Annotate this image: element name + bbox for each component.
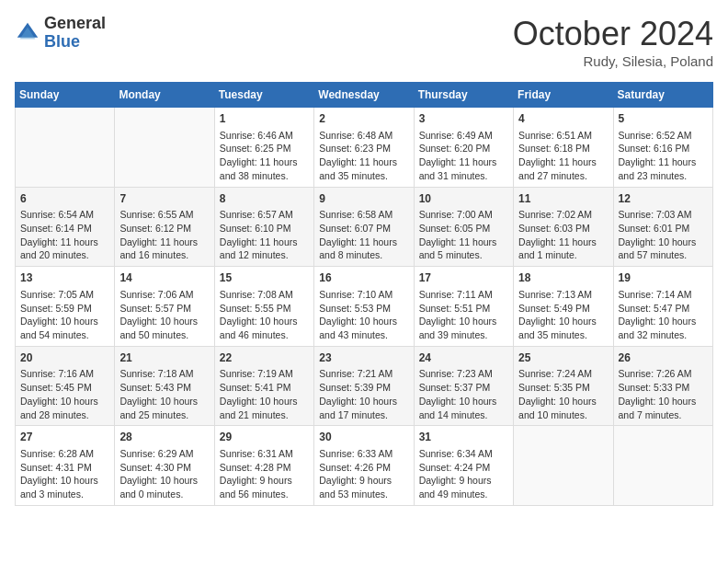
day-number: 25	[518, 350, 608, 366]
day-number: 27	[20, 430, 109, 445]
cell-text: Sunset: 5:59 PM	[20, 302, 109, 316]
cell-text: Daylight: 10 hours and 21 minutes.	[220, 395, 309, 421]
day-number: 16	[319, 270, 408, 286]
cell-text: Sunrise: 6:46 AM	[220, 129, 309, 143]
header-day-wednesday: Wednesday	[314, 83, 414, 108]
cell-text: Daylight: 10 hours and 28 minutes.	[20, 395, 109, 421]
day-number: 24	[419, 350, 508, 366]
cell-text: Sunset: 6:03 PM	[518, 222, 608, 236]
day-number: 5	[619, 111, 708, 127]
calendar-cell: 18Sunrise: 7:13 AMSunset: 5:49 PMDayligh…	[514, 267, 613, 347]
cell-text: Sunrise: 6:58 AM	[319, 208, 408, 222]
cell-text: Daylight: 10 hours and 3 minutes.	[20, 474, 109, 500]
cell-text: Sunset: 5:53 PM	[319, 302, 408, 316]
day-number: 29	[220, 430, 309, 445]
cell-text: Daylight: 10 hours and 17 minutes.	[319, 395, 408, 421]
calendar-cell: 13Sunrise: 7:05 AMSunset: 5:59 PMDayligh…	[16, 267, 115, 347]
calendar-cell: 15Sunrise: 7:08 AMSunset: 5:55 PMDayligh…	[214, 267, 313, 347]
week-row-2: 6Sunrise: 6:54 AMSunset: 6:14 PMDaylight…	[16, 187, 713, 267]
cell-text: Daylight: 11 hours and 5 minutes.	[419, 236, 508, 262]
calendar-cell: 25Sunrise: 7:24 AMSunset: 5:35 PMDayligh…	[514, 346, 613, 426]
logo-icon	[15, 20, 40, 46]
cell-text: Sunset: 5:57 PM	[119, 302, 209, 316]
cell-text: Daylight: 11 hours and 27 minutes.	[518, 155, 608, 182]
cell-text: Daylight: 10 hours and 39 minutes.	[419, 315, 508, 341]
cell-text: Sunrise: 6:57 AM	[220, 208, 309, 222]
cell-text: Daylight: 10 hours and 14 minutes.	[419, 395, 508, 421]
cell-text: Sunset: 6:25 PM	[220, 142, 309, 155]
calendar-cell: 16Sunrise: 7:10 AMSunset: 5:53 PMDayligh…	[314, 267, 414, 347]
location: Rudy, Silesia, Poland	[513, 53, 713, 69]
calendar-cell: 31Sunrise: 6:34 AMSunset: 4:24 PMDayligh…	[414, 426, 513, 506]
calendar-table: SundayMondayTuesdayWednesdayThursdayFrid…	[15, 82, 713, 506]
calendar-cell: 5Sunrise: 6:52 AMSunset: 6:16 PMDaylight…	[613, 108, 712, 188]
cell-text: Sunrise: 7:06 AM	[119, 288, 209, 302]
cell-text: Sunrise: 7:11 AM	[419, 288, 508, 302]
calendar-cell: 26Sunrise: 7:26 AMSunset: 5:33 PMDayligh…	[613, 346, 712, 426]
cell-text: Daylight: 11 hours and 12 minutes.	[220, 236, 309, 262]
cell-text: Daylight: 11 hours and 35 minutes.	[319, 155, 408, 182]
cell-text: Sunset: 5:33 PM	[619, 381, 708, 395]
day-number: 3	[419, 111, 508, 127]
cell-text: Sunrise: 7:18 AM	[119, 367, 209, 381]
day-number: 9	[319, 191, 408, 207]
calendar-cell	[514, 426, 613, 506]
cell-text: Sunset: 6:16 PM	[619, 142, 708, 155]
cell-text: Sunrise: 6:28 AM	[20, 447, 109, 461]
cell-text: Sunset: 6:07 PM	[319, 222, 408, 236]
calendar-cell: 4Sunrise: 6:51 AMSunset: 6:18 PMDaylight…	[514, 108, 613, 188]
cell-text: Sunset: 4:31 PM	[20, 461, 109, 475]
cell-text: Daylight: 11 hours and 38 minutes.	[220, 155, 309, 182]
calendar-cell: 20Sunrise: 7:16 AMSunset: 5:45 PMDayligh…	[16, 346, 115, 426]
cell-text: Sunset: 6:18 PM	[518, 142, 608, 155]
header-day-sunday: Sunday	[16, 83, 115, 108]
cell-text: Sunrise: 6:51 AM	[518, 129, 608, 143]
calendar-cell: 29Sunrise: 6:31 AMSunset: 4:28 PMDayligh…	[214, 426, 313, 506]
week-row-5: 27Sunrise: 6:28 AMSunset: 4:31 PMDayligh…	[16, 426, 713, 506]
day-number: 31	[419, 430, 508, 445]
calendar-body: 1Sunrise: 6:46 AMSunset: 6:25 PMDaylight…	[16, 108, 713, 506]
calendar-cell: 11Sunrise: 7:02 AMSunset: 6:03 PMDayligh…	[514, 187, 613, 267]
cell-text: Sunset: 4:30 PM	[119, 461, 209, 475]
calendar-cell: 23Sunrise: 7:21 AMSunset: 5:39 PMDayligh…	[314, 346, 414, 426]
cell-text: Sunset: 5:39 PM	[319, 381, 408, 395]
calendar-cell: 27Sunrise: 6:28 AMSunset: 4:31 PMDayligh…	[16, 426, 115, 506]
calendar-cell: 14Sunrise: 7:06 AMSunset: 5:57 PMDayligh…	[115, 267, 214, 347]
cell-text: Sunset: 5:51 PM	[419, 302, 508, 316]
cell-text: Sunrise: 7:16 AM	[20, 367, 109, 381]
cell-text: Sunset: 5:55 PM	[220, 302, 309, 316]
calendar-cell: 6Sunrise: 6:54 AMSunset: 6:14 PMDaylight…	[16, 187, 115, 267]
day-number: 28	[119, 430, 209, 445]
day-number: 21	[119, 350, 209, 366]
cell-text: Sunset: 4:24 PM	[419, 461, 508, 475]
cell-text: Daylight: 11 hours and 31 minutes.	[419, 155, 508, 182]
cell-text: Sunrise: 6:55 AM	[119, 208, 209, 222]
cell-text: Daylight: 10 hours and 10 minutes.	[518, 395, 608, 421]
cell-text: Sunrise: 7:26 AM	[619, 367, 708, 381]
month-title: October 2024	[513, 15, 713, 53]
cell-text: Daylight: 11 hours and 20 minutes.	[20, 236, 109, 262]
day-number: 4	[518, 111, 608, 127]
cell-text: Daylight: 10 hours and 54 minutes.	[20, 315, 109, 341]
calendar-cell	[115, 108, 214, 188]
week-row-1: 1Sunrise: 6:46 AMSunset: 6:25 PMDaylight…	[16, 108, 713, 188]
calendar-cell	[613, 426, 712, 506]
logo-general: General	[44, 15, 106, 33]
cell-text: Sunrise: 7:23 AM	[419, 367, 508, 381]
cell-text: Sunset: 6:23 PM	[319, 142, 408, 155]
cell-text: Daylight: 10 hours and 25 minutes.	[119, 395, 209, 421]
cell-text: Daylight: 11 hours and 23 minutes.	[619, 155, 708, 182]
cell-text: Sunset: 5:41 PM	[220, 381, 309, 395]
cell-text: Daylight: 9 hours and 53 minutes.	[319, 474, 408, 500]
cell-text: Sunrise: 7:05 AM	[20, 288, 109, 302]
cell-text: Sunset: 6:20 PM	[419, 142, 508, 155]
day-number: 22	[220, 350, 309, 366]
day-number: 26	[619, 350, 708, 366]
day-number: 8	[220, 191, 309, 207]
cell-text: Sunrise: 7:14 AM	[619, 288, 708, 302]
cell-text: Sunrise: 7:00 AM	[419, 208, 508, 222]
day-number: 18	[518, 270, 608, 286]
day-number: 1	[220, 111, 309, 127]
calendar-cell: 24Sunrise: 7:23 AMSunset: 5:37 PMDayligh…	[414, 346, 513, 426]
calendar-cell: 2Sunrise: 6:48 AMSunset: 6:23 PMDaylight…	[314, 108, 414, 188]
